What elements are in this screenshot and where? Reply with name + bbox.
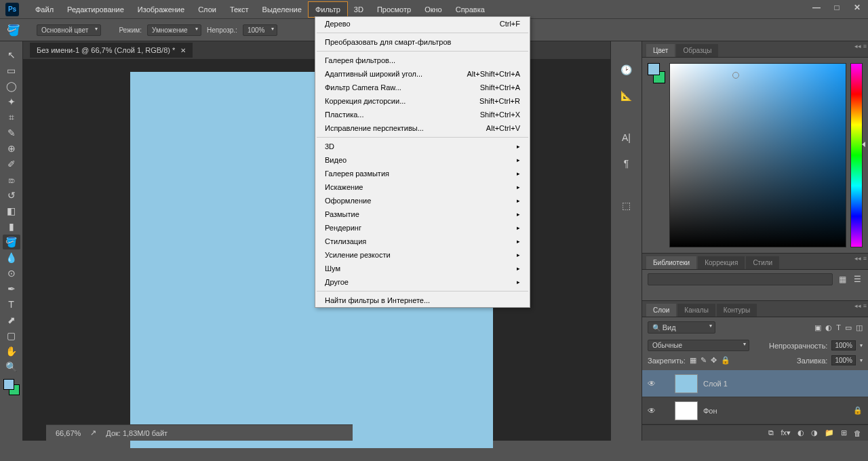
menu-3d[interactable]: 3D bbox=[347, 2, 370, 17]
chevron-down-icon[interactable]: ▾ bbox=[860, 357, 863, 363]
menu-item[interactable]: Коррекция дисторсии...Shift+Ctrl+R bbox=[315, 94, 530, 108]
layer-row[interactable]: 👁 Слой 1 bbox=[642, 370, 868, 397]
foreground-color[interactable] bbox=[3, 379, 14, 390]
library-dropdown[interactable] bbox=[648, 273, 833, 285]
adjustment-layer-icon[interactable]: ◑ bbox=[811, 428, 818, 437]
menu-item[interactable]: Фильтр Camera Raw...Shift+Ctrl+A bbox=[315, 81, 530, 94]
chevron-down-icon[interactable]: ▾ bbox=[860, 342, 863, 348]
close-tab-icon[interactable]: ✕ bbox=[180, 47, 186, 54]
brush-tool[interactable]: ✐ bbox=[3, 157, 20, 172]
crop-tool[interactable]: ⌗ bbox=[3, 110, 20, 125]
menu-item[interactable]: Пластика...Shift+Ctrl+X bbox=[315, 108, 530, 121]
lock-position-icon[interactable]: ✥ bbox=[711, 356, 717, 365]
layer-fx-icon[interactable]: fx▾ bbox=[781, 428, 791, 437]
menu-слои[interactable]: Слои bbox=[191, 2, 223, 17]
healing-tool[interactable]: ⊕ bbox=[3, 141, 20, 156]
layer-opacity-value[interactable]: 100% bbox=[831, 340, 856, 350]
tab-paths[interactable]: Контуры bbox=[717, 304, 757, 317]
blur-tool[interactable]: 💧 bbox=[3, 250, 20, 265]
hue-slider[interactable] bbox=[850, 63, 863, 247]
visibility-icon[interactable]: 👁 bbox=[648, 406, 657, 416]
menu-item[interactable]: Усиление резкости bbox=[315, 248, 530, 262]
menu-item[interactable]: Другое bbox=[315, 275, 530, 289]
menu-справка[interactable]: Справка bbox=[449, 2, 492, 17]
tab-libraries[interactable]: Библиотеки bbox=[646, 256, 696, 269]
layer-name[interactable]: Фон bbox=[703, 407, 717, 415]
history-brush-tool[interactable]: ↺ bbox=[3, 188, 20, 203]
menu-выделение[interactable]: Выделение bbox=[256, 2, 309, 17]
menu-item[interactable]: Стилизация bbox=[315, 235, 530, 248]
filter-type-icon[interactable]: T bbox=[836, 323, 841, 332]
character-panel-icon[interactable]: A| bbox=[618, 129, 635, 146]
menu-текст[interactable]: Текст bbox=[223, 2, 256, 17]
delete-layer-icon[interactable]: 🗑 bbox=[854, 429, 861, 437]
filter-shape-icon[interactable]: ▭ bbox=[845, 323, 852, 332]
fill-source-dropdown[interactable]: Основной цвет bbox=[37, 24, 101, 36]
eraser-tool[interactable]: ◧ bbox=[3, 203, 20, 218]
collapse-icon[interactable]: ◂◂ ≡ bbox=[854, 43, 867, 49]
eyedropper-tool[interactable]: ✎ bbox=[3, 125, 20, 140]
tab-adjustments[interactable]: Коррекция bbox=[698, 256, 745, 269]
blend-mode-dropdown[interactable]: Умножение bbox=[147, 24, 201, 36]
menu-item[interactable]: Исправление перспективы...Alt+Ctrl+V bbox=[315, 121, 530, 135]
tab-color[interactable]: Цвет bbox=[646, 44, 675, 57]
color-swatch[interactable] bbox=[3, 379, 20, 395]
share-icon[interactable]: ↗ bbox=[90, 428, 96, 437]
menu-item[interactable]: Видео bbox=[315, 153, 530, 167]
3d-panel-icon[interactable]: ⬚ bbox=[618, 197, 635, 214]
filter-smart-icon[interactable]: ◫ bbox=[856, 323, 863, 332]
menu-item[interactable]: 3D bbox=[315, 140, 530, 153]
move-tool[interactable]: ↖ bbox=[3, 47, 20, 62]
tab-styles[interactable]: Стили bbox=[746, 256, 779, 269]
panel-color-swatch[interactable] bbox=[648, 63, 665, 83]
tab-channels[interactable]: Каналы bbox=[677, 304, 715, 317]
document-tab[interactable]: Без имени-1 @ 66,7% (Слой 1, RGB/8) * ✕ bbox=[30, 43, 193, 58]
zoom-tool[interactable]: 🔍 bbox=[3, 359, 20, 374]
gradient-tool[interactable]: ▮ bbox=[3, 219, 20, 234]
lock-transparent-icon[interactable]: ▦ bbox=[690, 356, 696, 365]
maximize-button[interactable]: □ bbox=[831, 3, 842, 12]
menu-item[interactable]: Найти фильтры в Интернете... bbox=[315, 294, 530, 307]
visibility-icon[interactable]: 👁 bbox=[648, 379, 657, 388]
grid-view-icon[interactable]: ▦ bbox=[837, 274, 848, 285]
zoom-level[interactable]: 66,67% bbox=[56, 429, 81, 437]
filter-pixel-icon[interactable]: ▣ bbox=[814, 323, 821, 332]
menu-item[interactable]: Размытие bbox=[315, 207, 530, 221]
quick-select-tool[interactable]: ✦ bbox=[3, 94, 20, 109]
menu-item[interactable]: Оформление bbox=[315, 194, 530, 207]
layer-thumbnail[interactable] bbox=[675, 401, 698, 420]
lock-pixels-icon[interactable]: ✎ bbox=[701, 356, 707, 365]
layer-mask-icon[interactable]: ◐ bbox=[797, 428, 804, 437]
menu-окно[interactable]: Окно bbox=[418, 2, 449, 17]
menu-изображение[interactable]: Изображение bbox=[131, 2, 191, 17]
menu-item[interactable]: Шум bbox=[315, 262, 530, 275]
link-layers-icon[interactable]: ⧉ bbox=[768, 428, 774, 437]
lock-all-icon[interactable]: 🔒 bbox=[721, 356, 730, 365]
filter-adjust-icon[interactable]: ◐ bbox=[825, 323, 832, 332]
menu-фильтр[interactable]: Фильтр bbox=[309, 2, 347, 17]
lasso-tool[interactable]: ◯ bbox=[3, 79, 20, 94]
minimize-button[interactable]: — bbox=[811, 3, 822, 12]
menu-item[interactable]: Галерея фильтров... bbox=[315, 54, 530, 67]
layer-fill-value[interactable]: 100% bbox=[831, 355, 856, 365]
stamp-tool[interactable]: ⎄ bbox=[3, 172, 20, 187]
menu-редактирование[interactable]: Редактирование bbox=[60, 2, 131, 17]
collapse-icon[interactable]: ◂◂ ≡ bbox=[854, 302, 867, 309]
layer-name[interactable]: Слой 1 bbox=[703, 380, 728, 388]
group-icon[interactable]: 📁 bbox=[825, 428, 834, 437]
menu-item[interactable]: Галерея размытия bbox=[315, 167, 530, 180]
type-tool[interactable]: T bbox=[3, 297, 20, 312]
menu-item[interactable]: Рендеринг bbox=[315, 221, 530, 235]
tab-layers[interactable]: Слои bbox=[646, 304, 676, 317]
marquee-tool[interactable]: ▭ bbox=[3, 63, 20, 78]
hand-tool[interactable]: ✋ bbox=[3, 344, 20, 359]
path-select-tool[interactable]: ⬈ bbox=[3, 313, 20, 327]
menu-item[interactable]: Адаптивный широкий угол...Alt+Shift+Ctrl… bbox=[315, 67, 530, 81]
layer-blend-dropdown[interactable]: Обычные bbox=[648, 340, 749, 351]
new-layer-icon[interactable]: ⊞ bbox=[841, 428, 847, 437]
collapse-icon[interactable]: ◂◂ ≡ bbox=[854, 255, 867, 262]
opacity-input[interactable]: 100% bbox=[243, 24, 278, 36]
layer-filter-dropdown[interactable]: 🔍 Вид bbox=[648, 321, 715, 334]
close-button[interactable]: ✕ bbox=[852, 3, 863, 12]
paragraph-panel-icon[interactable]: ¶ bbox=[618, 155, 635, 172]
